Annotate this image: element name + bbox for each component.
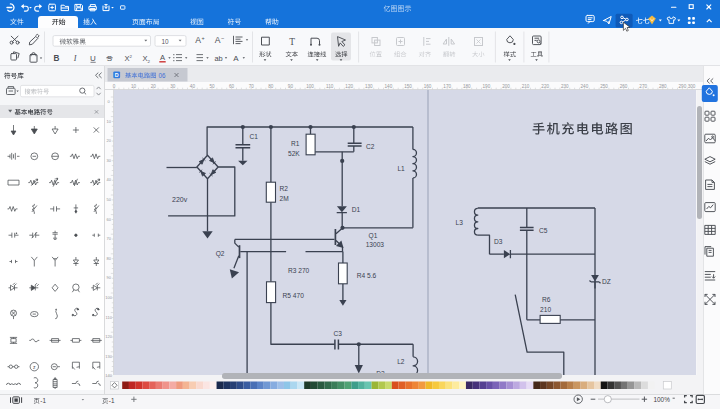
- svg-text:2: 2: [148, 59, 151, 64]
- svg-text:2: 2: [130, 54, 133, 59]
- svg-text:B: B: [54, 54, 60, 63]
- svg-text:130: 130: [105, 354, 112, 359]
- svg-text:A: A: [195, 35, 201, 45]
- svg-text:−: −: [221, 35, 224, 41]
- svg-text:120: 120: [105, 334, 112, 339]
- svg-text:110: 110: [106, 315, 113, 320]
- svg-text:0: 0: [108, 99, 111, 104]
- svg-text:70: 70: [106, 236, 111, 241]
- svg-text:+: +: [202, 35, 205, 41]
- svg-text:40: 40: [106, 177, 111, 182]
- svg-text:30: 30: [106, 158, 111, 163]
- svg-text:50: 50: [106, 197, 111, 202]
- svg-text:90: 90: [106, 275, 111, 280]
- svg-text:100%: 100%: [654, 396, 671, 403]
- svg-text:-1: -1: [109, 397, 115, 404]
- svg-text:80: 80: [106, 256, 111, 261]
- svg-text:20: 20: [106, 138, 111, 143]
- svg-text:z: z: [33, 364, 36, 370]
- svg-text:A: A: [160, 53, 166, 62]
- svg-text:A: A: [215, 35, 221, 45]
- svg-text:S: S: [107, 54, 112, 63]
- svg-text:60: 60: [106, 217, 111, 222]
- svg-text:06: 06: [159, 72, 167, 79]
- svg-text:10: 10: [162, 38, 170, 45]
- svg-text:ab: ab: [214, 54, 222, 63]
- svg-text:T: T: [289, 37, 295, 47]
- svg-text:300: 300: [688, 84, 696, 89]
- svg-text:10: 10: [106, 119, 111, 124]
- svg-text:100: 100: [105, 295, 112, 300]
- svg-text:U: U: [90, 54, 96, 63]
- svg-text:140: 140: [105, 373, 112, 378]
- svg-text:A: A: [233, 54, 239, 63]
- svg-text:D: D: [115, 72, 119, 78]
- svg-text:-1: -1: [40, 397, 46, 404]
- svg-text:I: I: [73, 54, 78, 63]
